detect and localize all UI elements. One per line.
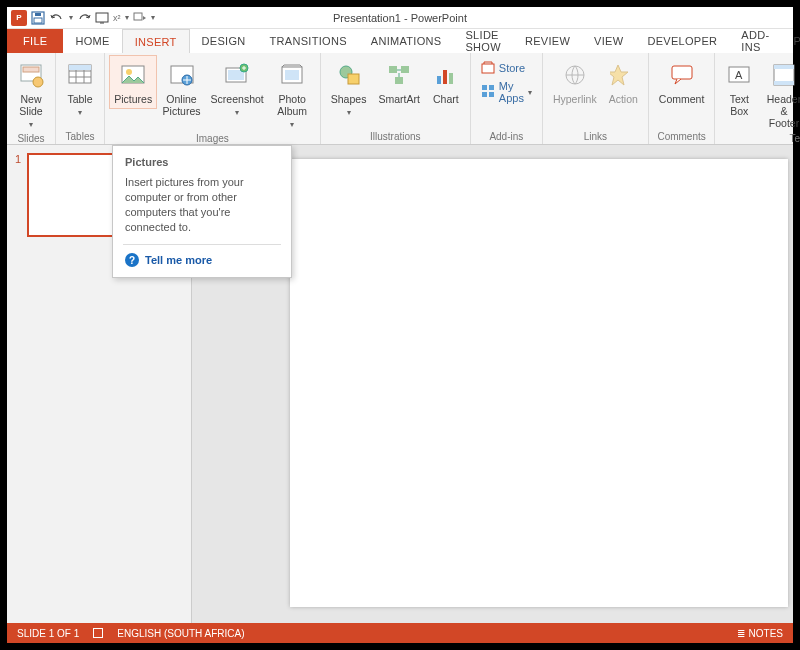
hyperlink-button[interactable]: Hyperlink xyxy=(547,55,603,109)
slide-counter[interactable]: SLIDE 1 OF 1 xyxy=(17,628,79,639)
hyperlink-label: Hyperlink xyxy=(553,93,597,105)
textbox-icon: A xyxy=(726,59,752,91)
help-icon: ? xyxy=(125,253,139,267)
myapps-icon xyxy=(481,84,495,100)
store-button[interactable]: Store xyxy=(479,59,534,77)
tab-file[interactable]: FILE xyxy=(7,29,63,53)
svg-rect-21 xyxy=(389,66,397,73)
group-addins: Store My Apps ▾ Add-ins xyxy=(471,53,543,144)
online-pictures-button[interactable]: Online Pictures xyxy=(157,55,205,121)
group-slides: New Slide ▾ Slides xyxy=(7,53,56,144)
textbox-label: Text Box xyxy=(730,93,749,117)
tab-slideshow[interactable]: SLIDE SHOW xyxy=(453,29,512,53)
myapps-button[interactable]: My Apps ▾ xyxy=(479,79,534,105)
group-addins-label: Add-ins xyxy=(489,131,523,144)
preview-icon[interactable] xyxy=(95,11,109,25)
tell-me-more-label: Tell me more xyxy=(145,254,212,266)
tab-animations[interactable]: ANIMATIONS xyxy=(359,29,454,53)
pictures-button[interactable]: Pictures xyxy=(109,55,157,109)
language-status[interactable]: ENGLISH (SOUTH AFRICA) xyxy=(117,628,244,639)
tab-transitions[interactable]: TRANSITIONS xyxy=(258,29,359,53)
undo-dropdown-icon[interactable]: ▾ xyxy=(69,13,73,22)
action-label: Action xyxy=(609,93,638,105)
action-button[interactable]: Action xyxy=(603,55,644,109)
tooltip-title: Pictures xyxy=(125,156,279,168)
tab-home[interactable]: HOME xyxy=(63,29,121,53)
notes-button[interactable]: ≣ NOTES xyxy=(737,628,783,639)
group-illustrations-label: Illustrations xyxy=(370,131,421,144)
spellcheck-icon[interactable] xyxy=(93,628,103,638)
svg-rect-33 xyxy=(672,66,692,79)
svg-rect-38 xyxy=(774,81,794,85)
smartart-button[interactable]: SmartArt xyxy=(372,55,425,109)
svg-rect-25 xyxy=(443,70,447,84)
table-button[interactable]: Table▾ xyxy=(60,55,100,121)
save-icon[interactable] xyxy=(31,11,45,25)
shapes-button[interactable]: Shapes▾ xyxy=(325,55,373,121)
powerpoint-window: P ▾ x² ▾ ▾ Presentation1 - PowerPoint FI… xyxy=(7,7,793,643)
group-text: A Text Box Header & Footer A WordArt▾ Te… xyxy=(715,53,800,144)
chart-button[interactable]: Chart xyxy=(426,55,466,109)
screenshot-icon xyxy=(224,59,250,91)
textbox-button[interactable]: A Text Box xyxy=(719,55,759,121)
svg-rect-31 xyxy=(489,92,494,97)
tab-insert[interactable]: INSERT xyxy=(122,29,190,53)
tab-developer[interactable]: DEVELOPER xyxy=(635,29,729,53)
pictures-label: Pictures xyxy=(114,93,152,105)
smartart-label: SmartArt xyxy=(378,93,419,105)
notes-icon: ≣ xyxy=(737,628,745,639)
comment-button[interactable]: Comment xyxy=(653,55,711,109)
photo-album-icon xyxy=(279,59,305,91)
start-from-beginning-icon[interactable] xyxy=(133,11,147,25)
undo-icon[interactable] xyxy=(49,11,65,25)
shapes-icon xyxy=(336,59,362,91)
svg-point-7 xyxy=(33,77,43,87)
new-slide-button[interactable]: New Slide ▾ xyxy=(11,55,51,133)
tab-addins[interactable]: ADD-INS xyxy=(729,29,781,53)
header-footer-label: Header & Footer xyxy=(765,93,800,129)
superscript-dropdown-icon[interactable]: ▾ xyxy=(125,13,129,22)
tooltip-body: Insert pictures from your computer or fr… xyxy=(125,175,279,234)
group-comments-label: Comments xyxy=(657,131,705,144)
slide-canvas[interactable] xyxy=(290,159,788,607)
svg-rect-20 xyxy=(348,74,359,84)
smartart-icon xyxy=(386,59,412,91)
chart-icon xyxy=(433,59,459,91)
svg-rect-2 xyxy=(35,13,41,16)
superscript-icon[interactable]: x² xyxy=(113,13,121,23)
tab-view[interactable]: VIEW xyxy=(582,29,635,53)
tell-me-more-link[interactable]: ? Tell me more xyxy=(125,253,279,267)
group-comments: Comment Comments xyxy=(649,53,716,144)
ribbon: New Slide ▾ Slides Table▾ Tables Picture… xyxy=(7,53,793,145)
screenshot-button[interactable]: Screenshot▾ xyxy=(206,55,269,121)
header-footer-icon xyxy=(771,59,797,91)
screenshot-label: Screenshot xyxy=(211,93,264,105)
comment-icon xyxy=(669,59,695,91)
redo-icon[interactable] xyxy=(77,11,91,25)
svg-point-11 xyxy=(126,69,132,75)
svg-rect-27 xyxy=(482,64,494,73)
new-slide-label: New Slide xyxy=(19,93,42,117)
svg-rect-37 xyxy=(774,65,794,69)
status-bar: SLIDE 1 OF 1 ENGLISH (SOUTH AFRICA) ≣ NO… xyxy=(7,623,793,643)
tab-pdf[interactable]: PDF xyxy=(781,29,800,53)
notes-label: NOTES xyxy=(749,628,783,639)
group-tables: Table▾ Tables xyxy=(56,53,105,144)
group-links-label: Links xyxy=(584,131,607,144)
group-images: Pictures Online Pictures Screenshot▾ Pho… xyxy=(105,53,321,144)
table-icon xyxy=(67,59,93,91)
photo-album-label: Photo Album xyxy=(277,93,307,117)
svg-rect-22 xyxy=(401,66,409,73)
table-label: Table xyxy=(67,93,92,105)
pictures-tooltip: Pictures Insert pictures from your compu… xyxy=(112,145,292,278)
group-illustrations: Shapes▾ SmartArt Chart Illustrations xyxy=(321,53,471,144)
qat-customize-icon[interactable]: ▾ xyxy=(151,13,155,22)
photo-album-button[interactable]: Photo Album ▾ xyxy=(269,55,316,133)
svg-rect-18 xyxy=(285,70,299,80)
app-icon: P xyxy=(11,10,27,26)
svg-rect-30 xyxy=(482,92,487,97)
svg-rect-9 xyxy=(69,65,91,70)
tab-review[interactable]: REVIEW xyxy=(513,29,582,53)
tab-design[interactable]: DESIGN xyxy=(190,29,258,53)
header-footer-button[interactable]: Header & Footer xyxy=(759,55,800,133)
